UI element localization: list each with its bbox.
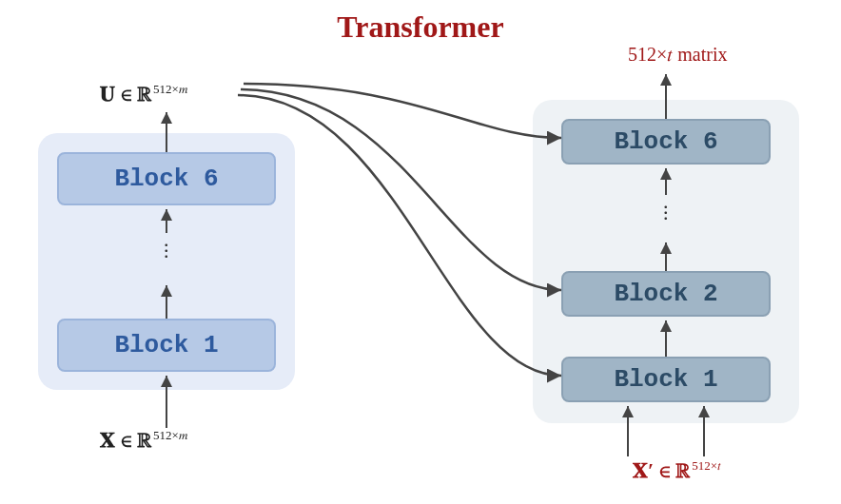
decoder-block-1: Block 1 bbox=[561, 357, 771, 402]
encoder-block-1: Block 1 bbox=[57, 319, 276, 372]
decoder-output-text: 512×𝑡 matrix bbox=[628, 44, 728, 65]
encoder-input-label: 𝐗 ∈ ℝ512×𝑚 bbox=[100, 428, 187, 453]
encoder-output-var: 𝐔 ∈ ℝ bbox=[100, 82, 153, 106]
encoder-input-var: 𝐗 ∈ ℝ bbox=[100, 428, 153, 452]
encoder-input-sup: 512×𝑚 bbox=[153, 428, 187, 442]
diagram-title: Transformer bbox=[0, 10, 841, 45]
decoder-block-2: Block 2 bbox=[561, 271, 771, 317]
encoder-output-sup: 512×𝑚 bbox=[153, 82, 187, 96]
decoder-output-label: 512×𝑡 matrix bbox=[628, 44, 728, 66]
decoder-vdots: ··· bbox=[663, 204, 669, 222]
decoder-block-6: Block 6 bbox=[561, 119, 771, 165]
encoder-output-label: 𝐔 ∈ ℝ512×𝑚 bbox=[100, 82, 187, 107]
encoder-vdots: ··· bbox=[164, 242, 169, 260]
encoder-block-6: Block 6 bbox=[57, 152, 276, 205]
decoder-input-sup: 512×𝑡 bbox=[692, 458, 721, 473]
decoder-input-var: 𝐗′ ∈ ℝ bbox=[633, 458, 692, 482]
decoder-input-label: 𝐗′ ∈ ℝ512×𝑡 bbox=[633, 458, 721, 483]
